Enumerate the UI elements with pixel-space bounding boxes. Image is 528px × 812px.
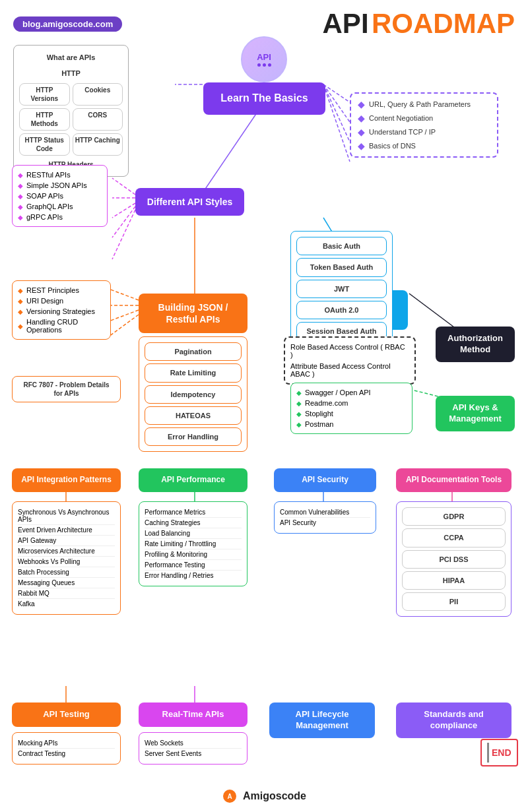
api-keys-node: API Keys &Management bbox=[436, 396, 515, 431]
network-group: ◆ URL, Query & Path Parameters ◆ Content… bbox=[350, 92, 498, 158]
idempotency: Idempotency bbox=[145, 385, 242, 404]
svg-line-7 bbox=[112, 178, 135, 195]
title: API ROADMAP bbox=[323, 8, 515, 40]
building-json-node: Building JSON /Restful APIs bbox=[139, 294, 248, 333]
http-caching: HTTP Caching bbox=[73, 133, 123, 156]
readme-item: ◆ Readme.com bbox=[296, 399, 407, 407]
performance-testing: Performance Testing bbox=[145, 560, 242, 571]
what-are-apis: What are APIs bbox=[19, 51, 123, 64]
web-sockets: Web Sockets bbox=[145, 738, 242, 749]
http-methods: HTTP Methods bbox=[19, 108, 70, 131]
svg-line-10 bbox=[112, 206, 135, 237]
soap-apis: ◆ SOAP APIs bbox=[18, 192, 102, 200]
stoplight-item: ◆ Stoplight bbox=[296, 410, 407, 418]
title-api: API bbox=[323, 8, 369, 39]
api-integration-list: Synchronous Vs Asynchronous APIs Event D… bbox=[12, 501, 121, 615]
uri-design: ◆ URI Design bbox=[18, 297, 105, 305]
dns-item: ◆ Basics of DNS bbox=[358, 141, 490, 151]
realtime-apis-node: Real-Time APIs bbox=[139, 703, 248, 727]
end-text: END bbox=[492, 747, 512, 758]
rbac-item: Role Based Access Control ( RBAC ) bbox=[290, 343, 409, 359]
api-styles-list: ◆ RESTful APIs ◆ Simple JSON APIs ◆ SOAP… bbox=[12, 165, 108, 227]
api-doc-tools-node: API Documentation Tools bbox=[396, 468, 512, 492]
crud-operations: ◆ Handling CRUD Operations bbox=[18, 318, 105, 334]
load-balancing: Load Balancing bbox=[145, 528, 242, 539]
token-based-auth: Token Based Auth bbox=[296, 258, 387, 276]
svg-text:A: A bbox=[227, 793, 232, 800]
api-icon: API bbox=[241, 36, 287, 82]
svg-line-15 bbox=[109, 310, 139, 321]
end-pole bbox=[487, 743, 489, 763]
realtime-apis-list: Web Sockets Server Sent Events bbox=[139, 732, 248, 765]
api-performance-list: Performance Metrics Caching Strategies L… bbox=[139, 501, 248, 586]
error-handling-retries: Error Handling / Retries bbox=[145, 571, 242, 580]
http-status-code: HTTP Status Code bbox=[19, 133, 70, 156]
abac-item: Attribute Based Access Control ABAC ) bbox=[290, 362, 409, 378]
grpc-apis: ◆ gRPC APIs bbox=[18, 213, 102, 221]
webhooks-polling: Webhooks Vs Polling bbox=[18, 557, 115, 567]
mocking-apis: Mocking APIs bbox=[18, 738, 115, 749]
svg-line-4 bbox=[323, 84, 350, 142]
server-sent-events: Server Sent Events bbox=[145, 749, 242, 759]
url-params-item: ◆ URL, Query & Path Parameters bbox=[358, 99, 490, 109]
swagger-item: ◆ Swagger / Open API bbox=[296, 389, 407, 396]
sync-async: Synchronous Vs Asynchronous APIs bbox=[18, 507, 115, 525]
graphql-apis: ◆ GraphQL APIs bbox=[18, 203, 102, 210]
microservices: Microservices Architecture bbox=[18, 546, 115, 557]
end-sign: END bbox=[480, 739, 518, 766]
http-group: What are APIs HTTP HTTP Versions Cookies… bbox=[13, 45, 129, 177]
blog-badge: blog.amigoscode.com bbox=[13, 16, 122, 32]
footer: A Amigoscode bbox=[0, 788, 528, 804]
svg-line-9 bbox=[112, 203, 135, 218]
contract-testing: Contract Testing bbox=[18, 749, 115, 759]
http-versions: HTTP Versions bbox=[19, 83, 70, 106]
authorization-items-list: Role Based Access Control ( RBAC ) Attri… bbox=[284, 336, 416, 385]
jwt: JWT bbox=[296, 280, 387, 298]
lifecycle-node: API Lifecycle Management bbox=[269, 703, 375, 738]
api-testing-node: API Testing bbox=[12, 703, 121, 727]
rfc-7807: RFC 7807 - Problem Details for APIs bbox=[12, 376, 121, 402]
api-security-item: API Security bbox=[280, 518, 370, 528]
http-grid: HTTP Versions Cookies HTTP Methods CORS … bbox=[19, 83, 123, 156]
building-json-items: Pagination Rate Limiting Idempotency HAT… bbox=[139, 336, 248, 452]
api-security-list: Common Vulnerabilities API Security bbox=[274, 501, 376, 534]
rest-principles: ◆ REST Principles bbox=[18, 286, 105, 294]
tcp-item: ◆ Understand TCP / IP bbox=[358, 127, 490, 137]
footer-brand: Amigoscode bbox=[243, 790, 306, 802]
title-roadmap: ROADMAP bbox=[372, 8, 515, 39]
cors: CORS bbox=[73, 108, 123, 131]
postman-item: ◆ Postman bbox=[296, 420, 407, 428]
rate-limiting: Rate Limiting bbox=[145, 363, 242, 382]
api-testing-list: Mocking APIs Contract Testing bbox=[12, 732, 121, 765]
cookies: Cookies bbox=[73, 83, 123, 106]
oauth2: OAuth 2.0 bbox=[296, 301, 387, 319]
svg-line-3 bbox=[323, 84, 350, 122]
performance-metrics: Performance Metrics bbox=[145, 507, 242, 518]
pci-dss: PCI DSS bbox=[402, 550, 506, 569]
hateoas: HATEOAS bbox=[145, 406, 242, 425]
hipaa: HIPAA bbox=[402, 571, 506, 590]
svg-line-2 bbox=[323, 84, 350, 102]
pagination: Pagination bbox=[145, 342, 242, 361]
ccpa: CCPA bbox=[402, 528, 506, 547]
api-security-node: API Security bbox=[274, 468, 376, 492]
event-driven: Event Driven Architecture bbox=[18, 525, 115, 536]
svg-line-16 bbox=[109, 315, 139, 336]
pii: PII bbox=[402, 592, 506, 611]
versioning-strategies: ◆ Versioning Strategies bbox=[18, 307, 105, 315]
basic-auth: Basic Auth bbox=[296, 237, 387, 255]
rest-principles-list: ◆ REST Principles ◆ URI Design ◆ Version… bbox=[12, 280, 111, 340]
error-handling: Error Handling bbox=[145, 427, 242, 446]
standards-node: Standards and compliance bbox=[396, 703, 512, 738]
amigoscode-logo: A bbox=[222, 788, 238, 804]
learn-basics-node: Learn The Basics bbox=[203, 82, 325, 115]
rabbit-mq: Rabbit MQ bbox=[18, 588, 115, 599]
simple-json-apis: ◆ Simple JSON APIs bbox=[18, 181, 102, 189]
api-keys-items-list: ◆ Swagger / Open API ◆ Readme.com ◆ Stop… bbox=[290, 383, 412, 434]
svg-line-13 bbox=[109, 289, 139, 300]
common-vulnerabilities: Common Vulnerabilities bbox=[280, 507, 370, 518]
different-api-styles-node: Different API Styles bbox=[135, 188, 244, 216]
content-neg-item: ◆ Content Negotiation bbox=[358, 113, 490, 123]
api-gateway: API Gateway bbox=[18, 536, 115, 546]
profiling-monitoring: Profiling & Monitoring bbox=[145, 549, 242, 560]
